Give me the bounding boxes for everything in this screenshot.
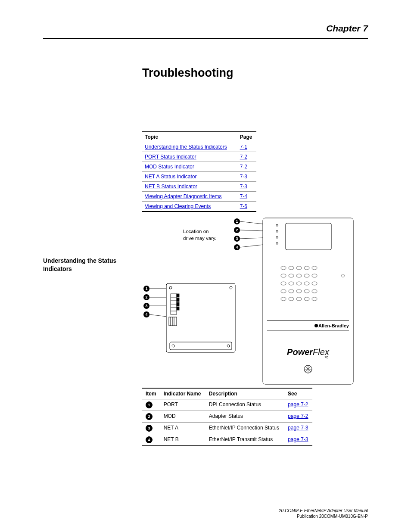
svg-text:3: 3: [236, 236, 238, 241]
svg-text:1: 1: [236, 219, 238, 224]
topic-link[interactable]: Viewing and Clearing Events: [145, 203, 211, 209]
svg-text:3: 3: [145, 304, 147, 308]
page-footer: 20-COMM-E EtherNet/IP Adapter User Manua…: [279, 508, 368, 519]
col-see: See: [284, 388, 312, 399]
chapter-label: Chapter 7: [43, 23, 368, 39]
row-num-icon: 2: [146, 413, 153, 420]
indicator-table: Item Indicator Name Description See 1 PO…: [142, 388, 312, 446]
topic-table: Topic Page Understanding the Status Indi…: [142, 131, 256, 212]
table-row: MOD Status Indicator 7-2: [142, 162, 256, 172]
svg-text:1: 1: [145, 286, 147, 291]
row-desc: EtherNet/IP Transmit Status: [206, 434, 284, 446]
figure-note: Location on drive may vary.: [183, 228, 216, 242]
row-name: PORT: [160, 399, 206, 411]
svg-rect-17: [286, 223, 331, 250]
topic-link[interactable]: MOD Status Indicator: [145, 164, 194, 170]
section-heading-line1: Understanding the Status: [43, 257, 116, 264]
table-row: 3 NET A EtherNet/IP Connection Status pa…: [142, 423, 312, 434]
col-page: Page: [237, 132, 256, 142]
row-desc: Adapter Status: [206, 411, 284, 423]
page-title: Troubleshooting: [142, 66, 368, 80]
row-see-link[interactable]: page 7-3: [288, 425, 308, 431]
page-link[interactable]: 7-2: [240, 154, 247, 160]
drive-diagram: 1 2 3 4: [232, 217, 355, 385]
page-link[interactable]: 7-3: [240, 174, 247, 180]
footer-title: 20-COMM-E EtherNet/IP Adapter User Manua…: [279, 508, 368, 513]
svg-point-45: [314, 324, 318, 327]
topic-link[interactable]: NET A Status Indicator: [145, 174, 197, 180]
svg-text:Allen-Bradley: Allen-Bradley: [318, 323, 349, 328]
svg-text:4: 4: [236, 245, 238, 249]
svg-text:2: 2: [145, 295, 147, 299]
footer-pub: Publication 20COMM-UM010G-EN-P: [279, 513, 368, 519]
topic-link[interactable]: PORT Status Indicator: [145, 154, 196, 160]
table-row: Understanding the Status Indicators 7-1: [142, 142, 256, 152]
svg-text:2: 2: [236, 228, 238, 232]
table-header: Item Indicator Name Description See: [142, 388, 312, 399]
svg-rect-74: [177, 307, 179, 310]
col-topic: Topic: [142, 132, 237, 142]
row-desc: EtherNet/IP Connection Status: [206, 423, 284, 434]
topic-link[interactable]: Understanding the Status Indicators: [145, 144, 227, 150]
page-link[interactable]: 7-6: [240, 203, 247, 209]
page-link[interactable]: 7-3: [240, 184, 247, 190]
table-row: Viewing Adapter Diagnostic Items 7-4: [142, 192, 256, 202]
row-name: MOD: [160, 411, 206, 423]
table-row: PORT Status Indicator 7-2: [142, 152, 256, 162]
page-link[interactable]: 7-1: [240, 144, 247, 150]
row-desc: DPI Connection Status: [206, 399, 284, 411]
table-row: NET A Status Indicator 7-3: [142, 172, 256, 182]
page-link[interactable]: 7-2: [240, 164, 247, 170]
section-heading-line2: Indicators: [43, 265, 72, 272]
svg-text:PowerFlex: PowerFlex: [287, 347, 330, 357]
col-name: Indicator Name: [160, 388, 206, 399]
row-name: NET A: [160, 423, 206, 434]
col-desc: Description: [206, 388, 284, 399]
svg-rect-73: [177, 302, 179, 306]
figure-note-line2: drive may vary.: [183, 236, 216, 241]
row-see-link[interactable]: page 7-3: [288, 436, 308, 442]
table-row: 1 PORT DPI Connection Status page 7-2: [142, 399, 312, 411]
svg-text:4: 4: [145, 312, 147, 317]
row-name: NET B: [160, 434, 206, 446]
table-header: Topic Page: [142, 132, 256, 142]
table-row: 2 MOD Adapter Status page 7-2: [142, 411, 312, 423]
table-row: 4 NET B EtherNet/IP Transmit Status page…: [142, 434, 312, 446]
row-num-icon: 4: [146, 436, 153, 443]
table-row: Viewing and Clearing Events 7-6: [142, 202, 256, 212]
page-link[interactable]: 7-4: [240, 193, 247, 199]
module-diagram: 1 2 3 4: [142, 282, 239, 359]
section-heading: Understanding the Status Indicators: [43, 257, 142, 273]
figure-note-line1: Location on: [183, 229, 209, 234]
svg-rect-72: [177, 298, 179, 302]
svg-rect-71: [177, 294, 179, 297]
topic-link[interactable]: Viewing Adapter Diagnostic Items: [145, 193, 222, 199]
svg-text:70: 70: [324, 355, 328, 359]
row-see-link[interactable]: page 7-2: [288, 401, 308, 408]
col-item: Item: [142, 388, 160, 399]
topic-link[interactable]: NET B Status Indicator: [145, 184, 197, 190]
row-num-icon: 1: [146, 401, 153, 408]
status-figure: Location on drive may vary. 1 2 3 4: [142, 217, 368, 385]
row-num-icon: 3: [146, 425, 153, 432]
table-row: NET B Status Indicator 7-3: [142, 182, 256, 192]
row-see-link[interactable]: page 7-2: [288, 413, 308, 419]
